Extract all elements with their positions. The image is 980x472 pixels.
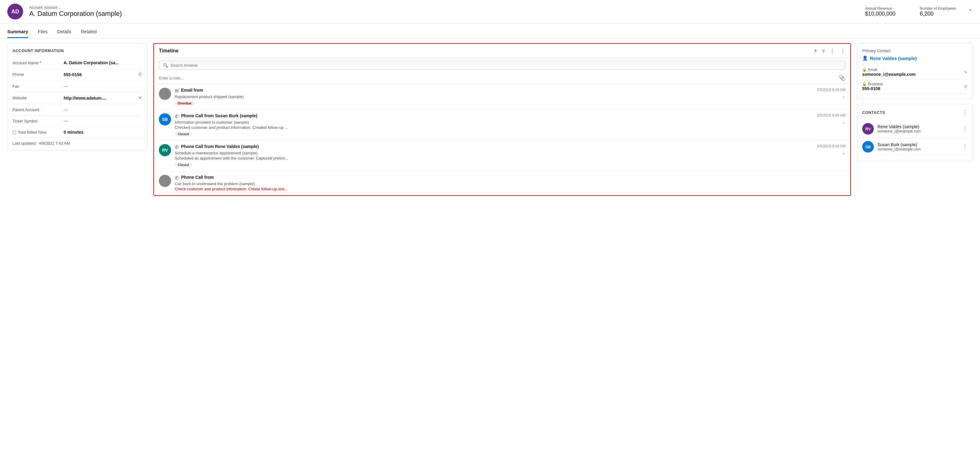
total-billed-label: ▢ Total Billed Time — [13, 130, 61, 135]
search-icon: 🔍 — [163, 63, 168, 68]
contact-details: Rene Valdes (sample) someone_i@example.c… — [877, 124, 958, 133]
contacts-title: CONTACTS — [862, 110, 962, 115]
add-timeline-button[interactable]: + — [814, 48, 817, 54]
item-title: Phone Call from — [181, 175, 214, 180]
timeline-search-input[interactable] — [170, 63, 842, 68]
item-right: 3/5/2019 9:49 AM ⌄ — [797, 144, 845, 155]
parent-account-label: Parent Account — [13, 107, 61, 112]
phone-label: Phone — [13, 72, 61, 77]
phone-call-icon: ✆ — [175, 144, 179, 150]
contact-email-row: 🔒 Email someone_i@example.com ✎ — [862, 65, 967, 80]
item-content: ✆ Phone Call from Rene Valdes (sample) S… — [175, 144, 793, 167]
expand-icon[interactable]: ⌄ — [842, 120, 845, 124]
filter-timeline-button[interactable]: ▿ — [822, 48, 825, 54]
tabs: Summary Files Details Related — [0, 26, 980, 38]
account-name-label: Account Name * — [13, 61, 61, 65]
item-avatar: RV — [159, 144, 171, 156]
fax-row: Fax --- — [13, 81, 142, 92]
item-right: 3/5/2019 9:49 AM ⌄ — [797, 113, 845, 124]
phone-call-icon: ✆ — [175, 175, 179, 181]
status-badge: Overdue — [175, 101, 194, 106]
expand-icon[interactable]: ⌄ — [842, 150, 845, 155]
timeline-item: ✉ Email from Replacement product shipped… — [154, 84, 850, 110]
timeline-header: Timeline + ▿ ⋮ ⋮ — [154, 44, 850, 58]
ticker-label: Ticker Symbol — [13, 119, 61, 123]
lock-icon: 🔒 — [862, 68, 867, 72]
item-avatar — [159, 88, 171, 100]
email-icon: ✉ — [175, 88, 179, 94]
status-badge: Closed — [175, 162, 192, 167]
item-title: Phone Call from Susan Burk (sample) — [181, 113, 258, 118]
timeline-actions: + ▿ ⋮ ⋮ — [814, 48, 845, 54]
call-business-icon[interactable]: ✆ — [964, 84, 967, 89]
annual-revenue-value: $10,000,000 — [865, 11, 896, 17]
contact-business-row: 🔒 Business 555-0108 ✆ — [862, 80, 967, 94]
tab-files[interactable]: Files — [38, 26, 48, 38]
last-updated-row: Last updated: 4/9/2021 7:43 AM — [13, 138, 142, 145]
account-name-row: Account Name * A. Datum Corporation (sa.… — [13, 57, 142, 69]
required-star: * — [40, 61, 41, 65]
total-billed-value: 0 minutes — [64, 130, 142, 135]
account-info-title: ACCOUNT INFORMATION — [13, 48, 142, 53]
parent-account-row: Parent Account --- — [13, 104, 142, 115]
business-value: 555-0108 — [862, 86, 961, 91]
item-subtitle: Call back to understand the problem (sam… — [175, 182, 845, 186]
phone-call-icon: ✆ — [175, 113, 179, 120]
item-content: ✆ Phone Call from Call back to understan… — [175, 175, 845, 191]
timeline-search-box[interactable]: 🔍 — [159, 61, 845, 70]
contact-item-more-button[interactable]: ⋮ — [962, 144, 967, 150]
item-title: Email from — [181, 88, 203, 92]
timeline-items: ✉ Email from Replacement product shipped… — [154, 84, 850, 195]
globe-icon[interactable]: ☀ — [138, 95, 142, 101]
breadcrumb-text: Account: Account — [29, 5, 57, 10]
tab-details[interactable]: Details — [57, 26, 71, 38]
item-desc: Check customer and product information. … — [175, 187, 845, 191]
employees-value: 6,200 — [920, 11, 956, 17]
contact-avatar: SB — [862, 141, 874, 153]
website-value: http://www.adatum.... — [64, 96, 135, 100]
primary-contact-link[interactable]: 👤 Rene Valdes (sample) — [862, 56, 967, 61]
item-title: Phone Call from Rene Valdes (sample) — [181, 144, 259, 149]
employees-label: Number of Employees — [920, 6, 956, 11]
primary-contact-section: Primary Contact 👤 Rene Valdes (sample) 🔒… — [857, 43, 973, 99]
contact-email: someone_i@example.com — [877, 129, 958, 133]
total-billed-row: ▢ Total Billed Time 0 minutes — [13, 127, 142, 138]
timeline-item: SB ✆ Phone Call from Susan Burk (sample)… — [154, 110, 850, 140]
more-timeline-button[interactable]: ⋮ — [840, 48, 845, 54]
email-label: 🔒 Email — [862, 68, 961, 72]
note-input-row[interactable]: 📎 — [154, 72, 850, 84]
account-info-header: Account: Account ⌄ A. Datum Corporation … — [29, 5, 122, 18]
sort-timeline-button[interactable]: ⋮ — [830, 48, 835, 54]
account-breadcrumb[interactable]: Account: Account ⌄ — [29, 5, 122, 10]
status-badge: Closed — [175, 132, 192, 136]
phone-icon[interactable]: ✆ — [138, 72, 142, 77]
right-panel: Primary Contact 👤 Rene Valdes (sample) 🔒… — [857, 43, 973, 161]
account-avatar: AD — [7, 4, 23, 19]
expand-icon[interactable]: ⌄ — [842, 94, 845, 99]
item-subtitle: Replacement product shipped (sample) — [175, 94, 793, 99]
ticker-value: --- — [64, 118, 142, 123]
item-desc: Scheduled an appointment with the custom… — [175, 156, 793, 161]
contacts-more-button[interactable]: ⋮ — [962, 109, 967, 116]
website-row: Website http://www.adatum.... ☀ — [13, 92, 142, 104]
item-subtitle: Information provided to customer (sample… — [175, 120, 793, 124]
attachment-icon[interactable]: 📎 — [839, 75, 845, 81]
tab-summary[interactable]: Summary — [7, 26, 28, 38]
contact-avatar: RV — [862, 123, 874, 135]
item-content: ✆ Phone Call from Susan Burk (sample) In… — [175, 113, 793, 136]
phone-value: 555-0158 — [64, 72, 136, 77]
tab-related[interactable]: Related — [81, 26, 97, 38]
collapse-button[interactable]: ⌃ — [968, 8, 973, 15]
item-subtitle: Schedule a maintenance appointment (samp… — [175, 151, 793, 155]
main-content: ACCOUNT INFORMATION Account Name * A. Da… — [0, 38, 980, 201]
item-header: ✆ Phone Call from — [175, 175, 845, 181]
lock-icon: 🔒 — [862, 82, 867, 86]
edit-email-icon[interactable]: ✎ — [964, 70, 967, 75]
item-avatar: SB — [159, 113, 171, 126]
contact-item-more-button[interactable]: ⋮ — [962, 126, 967, 132]
item-time: 3/5/2019 9:49 AM — [817, 113, 845, 118]
primary-contact-label: Primary Contact — [862, 48, 967, 53]
note-text-input[interactable] — [159, 76, 839, 80]
account-title: A. Datum Corporation (sample) — [29, 10, 122, 18]
item-content: ✉ Email from Replacement product shipped… — [175, 88, 793, 106]
